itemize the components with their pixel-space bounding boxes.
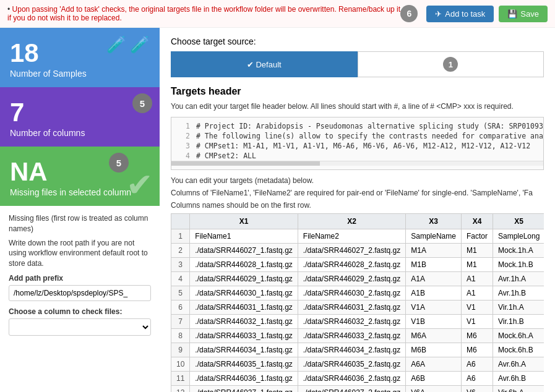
path-label: Add path prefix bbox=[9, 274, 151, 283]
table-header: X1 bbox=[190, 214, 298, 229]
top-bar: • Upon passing 'Add to task' checks, the… bbox=[0, 0, 555, 28]
table-cell: V6A bbox=[406, 386, 462, 393]
table-cell: ./data/SRR446034_1.fastq.gz bbox=[190, 343, 298, 357]
table-cell: M1A bbox=[406, 244, 462, 258]
table-cell: Avr.1h.B bbox=[493, 286, 544, 300]
code-line-text: # CMPset1: M1-A1, M1-V1, A1-V1, M6-A6, M… bbox=[196, 142, 530, 150]
table-header: X5 bbox=[493, 214, 544, 229]
code-line: 4# CMPset2: ALL bbox=[171, 151, 543, 161]
table-cell: ./data/SRR446032_1.fastq.gz bbox=[190, 315, 298, 329]
missing-stat-box: 5 ✔ NA Missing files in selected column bbox=[0, 147, 160, 206]
content-area: Choose target source: ✔ Default 1 Target… bbox=[160, 28, 555, 392]
table-cell: Factor bbox=[461, 229, 493, 244]
table-header: X4 bbox=[461, 214, 493, 229]
table-cell: FileName2 bbox=[298, 229, 405, 244]
top-bar-message: Upon passing 'Add to task' checks, the o… bbox=[7, 5, 400, 22]
sidebar: 🧪 🧪 18 Number of Samples 5 7 Number of c… bbox=[0, 28, 160, 392]
code-line-num: 3 bbox=[176, 142, 190, 150]
table-row: 4./data/SRR446029_1.fastq.gz./data/SRR44… bbox=[171, 272, 544, 286]
top-bar-text: • Upon passing 'Add to task' checks, the… bbox=[7, 5, 400, 22]
code-line: 1# Project ID: Arabidopsis - Pseudomonas… bbox=[171, 121, 543, 131]
code-line-text: # Project ID: Arabidopsis - Pseudomonas … bbox=[196, 122, 544, 130]
code-line-text: # The following line(s) allow to specify… bbox=[196, 132, 544, 140]
row-number: 5 bbox=[171, 286, 190, 300]
table-cell: ./data/SRR446029_1.fastq.gz bbox=[190, 272, 298, 286]
table-cell: M6 bbox=[461, 343, 493, 357]
row-number: 3 bbox=[171, 258, 190, 272]
table-row: 9./data/SRR446034_1.fastq.gz./data/SRR44… bbox=[171, 343, 544, 357]
table-cell: ./data/SRR446037_1.fastq.gz bbox=[190, 386, 298, 393]
table-header: X2 bbox=[298, 214, 405, 229]
row-number: 6 bbox=[171, 300, 190, 315]
add-to-task-button[interactable]: ✈ Add to task bbox=[426, 6, 494, 22]
edit-desc1: You can edit your targets (metadata) bel… bbox=[171, 176, 544, 185]
row-number: 11 bbox=[171, 372, 190, 386]
code-scrollbar-thumb bbox=[171, 161, 320, 166]
checkmark-icon: ✔ bbox=[126, 166, 153, 203]
row-number: 12 bbox=[171, 386, 190, 393]
table-cell: ./data/SRR446034_2.fastq.gz bbox=[298, 343, 405, 357]
table-cell: ./data/SRR446028_2.fastq.gz bbox=[298, 258, 405, 272]
columns-label: Number of columns bbox=[10, 128, 150, 138]
code-scrollbar[interactable] bbox=[171, 161, 543, 166]
code-line: 3# CMPset1: M1-A1, M1-V1, A1-V1, M6-A6, … bbox=[171, 141, 543, 151]
table-cell: ./data/SRR446029_2.fastq.gz bbox=[298, 272, 405, 286]
tube-icon-2: 🧪 bbox=[130, 35, 150, 54]
row-number: 7 bbox=[171, 315, 190, 329]
table-cell: ./data/SRR446033_2.fastq.gz bbox=[298, 329, 405, 343]
row-number: 4 bbox=[171, 272, 190, 286]
row-number: 2 bbox=[171, 244, 190, 258]
step-badge-6: 6 bbox=[400, 5, 418, 22]
table-cell: Vir.6h.A bbox=[493, 386, 544, 393]
code-editor[interactable]: 1# Project ID: Arabidopsis - Pseudomonas… bbox=[171, 117, 544, 170]
table-cell: ./data/SRR446035_2.fastq.gz bbox=[298, 357, 405, 372]
table-cell: V1B bbox=[406, 315, 462, 329]
edit-desc2: Columns of 'FileName1', 'FileName2' are … bbox=[171, 189, 544, 197]
table-cell: ./data/SRR446033_1.fastq.gz bbox=[190, 329, 298, 343]
choose-col-label: Choose a column to check files: bbox=[9, 307, 151, 316]
source-toggle: ✔ Default 1 bbox=[171, 51, 544, 77]
table-cell: Mock.1h.A bbox=[493, 244, 544, 258]
row-number: 10 bbox=[171, 357, 190, 372]
table-cell: V1 bbox=[461, 315, 493, 329]
badge-1: 1 bbox=[443, 57, 458, 72]
table-cell: M6B bbox=[406, 343, 462, 357]
table-cell: ./data/SRR446036_2.fastq.gz bbox=[298, 372, 405, 386]
table-header bbox=[171, 214, 190, 229]
table-cell: A1A bbox=[406, 272, 462, 286]
table-cell: A6B bbox=[406, 372, 462, 386]
row-number: 1 bbox=[171, 229, 190, 244]
table-row: 2./data/SRR446027_1.fastq.gz./data/SRR44… bbox=[171, 244, 544, 258]
edit-desc3: Columns names should be on the first row… bbox=[171, 201, 544, 210]
code-line: 2# The following line(s) allow to specif… bbox=[171, 131, 543, 141]
targets-header-desc: You can edit your target file header bel… bbox=[171, 101, 544, 112]
table-cell: Vir.1h.A bbox=[493, 300, 544, 315]
table-row: 10./data/SRR446035_1.fastq.gz./data/SRR4… bbox=[171, 357, 544, 372]
code-line-num: 4 bbox=[176, 151, 190, 160]
tube-icon-1: 🧪 bbox=[106, 35, 126, 54]
sample-icons: 🧪 🧪 bbox=[106, 35, 150, 54]
samples-stat-box: 🧪 🧪 18 Number of Samples bbox=[0, 28, 160, 87]
path-prefix-input[interactable] bbox=[9, 285, 151, 301]
table-cell: ./data/SRR446027_1.fastq.gz bbox=[190, 244, 298, 258]
table-row: 6./data/SRR446031_1.fastq.gz./data/SRR44… bbox=[171, 300, 544, 315]
table-row: 5./data/SRR446030_1.fastq.gz./data/SRR44… bbox=[171, 286, 544, 300]
targets-table: X1X2X3X4X5...1FileName1FileName2SampleNa… bbox=[171, 213, 544, 392]
table-cell: ./data/SRR446036_1.fastq.gz bbox=[190, 372, 298, 386]
table-cell: A1 bbox=[461, 286, 493, 300]
table-cell: M1B bbox=[406, 258, 462, 272]
table-cell: A1 bbox=[461, 272, 493, 286]
table-cell: SampleLong bbox=[493, 229, 544, 244]
column-select[interactable] bbox=[9, 318, 151, 336]
columns-stat-box: 5 7 Number of columns bbox=[0, 87, 160, 147]
table-cell: M6 bbox=[461, 329, 493, 343]
table-cell: ./data/SRR446032_2.fastq.gz bbox=[298, 315, 405, 329]
save-button[interactable]: 💾 Save bbox=[499, 6, 548, 22]
table-cell: ./data/SRR446035_1.fastq.gz bbox=[190, 357, 298, 372]
table-cell: A6 bbox=[461, 372, 493, 386]
table-cell: A1B bbox=[406, 286, 462, 300]
other-toggle-button[interactable]: 1 bbox=[358, 51, 544, 77]
table-cell: V6 bbox=[461, 386, 493, 393]
data-table-wrap: X1X2X3X4X5...1FileName1FileName2SampleNa… bbox=[171, 213, 544, 392]
default-toggle-button[interactable]: ✔ Default bbox=[171, 51, 358, 77]
